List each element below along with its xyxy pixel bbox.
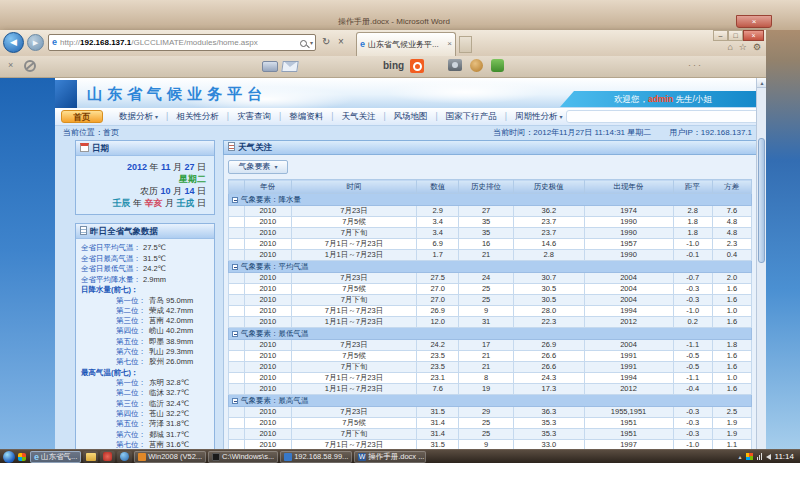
mail-icon[interactable] [281, 61, 299, 72]
browser-tab[interactable]: e山东省气候业务平... × [356, 32, 456, 56]
table-row[interactable]: 20107月5候23.52126.61991-0.51.6 [229, 351, 752, 362]
collapse-icon[interactable] [232, 264, 238, 270]
nav-item-整编资料[interactable]: 整编资料 [281, 111, 331, 121]
table-row[interactable]: 20107月5候27.02530.52004-0.31.6 [229, 284, 752, 295]
favorites-star-icon[interactable]: ☆ [739, 42, 747, 52]
table-row[interactable]: 20107月下旬23.52126.61991-0.51.6 [229, 362, 752, 373]
vertical-scrollbar[interactable]: ▲ ▼ [756, 78, 766, 463]
nav-item-数据分析[interactable]: 数据分析▾ [111, 111, 166, 121]
table-row[interactable]: 20107月1日～7月23日23.1824.31994-1.11.0 [229, 373, 752, 384]
table-row[interactable]: 20107月23日27.52430.72004-0.72.0 [229, 273, 752, 284]
scroll-up-icon[interactable]: ▲ [757, 78, 766, 88]
table-row[interactable]: 20101月1日～7月23日7.61917.32012-0.41.6 [229, 384, 752, 395]
close-button[interactable]: × [743, 30, 764, 41]
pet-icon[interactable] [470, 59, 483, 72]
new-tab-button[interactable] [459, 36, 472, 53]
current-time: 当前时间：2012年11月27日 11:14:31 星期二 [493, 126, 651, 140]
network-icon[interactable] [757, 453, 762, 460]
collapse-icon[interactable] [232, 331, 238, 337]
page-title: 山东省气候业务平台 [87, 85, 267, 104]
camera-icon[interactable] [448, 59, 462, 71]
bing-search-icon[interactable] [410, 59, 424, 73]
table-row[interactable]: 20107月下旬31.42535.31951-0.31.9 [229, 429, 752, 440]
taskbar-window-button[interactable]: C:\Windows\s... [208, 451, 278, 463]
volume-icon[interactable] [766, 454, 771, 460]
taskbar-clock[interactable]: 11:14 [775, 452, 794, 461]
nav-item-相关性分析[interactable]: 相关性分析 [168, 111, 227, 121]
nav-item-home[interactable]: 首页 [61, 110, 103, 123]
table-cell: 2004 [584, 340, 673, 351]
table-group-row[interactable]: 气象要素：最低气温 [229, 328, 752, 340]
nav-item-天气关注[interactable]: 天气关注 [333, 111, 383, 121]
table-row[interactable]: 20107月5候31.42535.31951-0.31.9 [229, 418, 752, 429]
nav-item-国家下行产品[interactable]: 国家下行产品 [438, 111, 505, 121]
forward-button[interactable]: ▶ [27, 34, 44, 51]
tab-close-icon[interactable]: × [447, 33, 452, 55]
nav-item-周期性分析[interactable]: 周期性分析▾ [507, 111, 571, 121]
background-close-button[interactable]: × [736, 15, 772, 28]
action-center-flag-icon[interactable] [746, 453, 753, 460]
main-panel-body: 气象要素 ▾ 年份时间数值历史排位历史极值出现年份距平方差 气象要素：降水量20… [223, 155, 757, 463]
nav-item-风场地图[interactable]: 风场地图 [386, 111, 436, 121]
taskbar-window-button[interactable]: W操作手册.docx ... [354, 451, 426, 463]
chevron-down-icon[interactable]: ▾ [310, 36, 313, 51]
table-header-row: 年份时间数值历史排位历史极值出现年份距平方差 [229, 180, 752, 194]
table-row[interactable]: 20107月23日2.92736.219742.87.6 [229, 206, 752, 217]
table-cell: 2010 [244, 284, 291, 295]
addon-puzzle-icon[interactable] [491, 59, 504, 72]
tray-expand-icon[interactable]: ▴ [739, 453, 742, 460]
collapse-icon[interactable] [232, 197, 238, 203]
address-bar[interactable]: ehttp://192.168.137.1/GLCCLIMATE/modules… [48, 34, 316, 51]
table-row[interactable]: 20107月下旬3.43523.719901.84.8 [229, 228, 752, 239]
header-icon-cell [229, 180, 245, 194]
table-cell: 7月1日～7月23日 [291, 239, 417, 250]
cmd-icon [212, 453, 220, 461]
blocker-icon[interactable] [24, 60, 36, 72]
back-button[interactable]: ◀ [3, 32, 24, 53]
settings-gear-icon[interactable]: ⚙ [753, 42, 761, 52]
vm-icon [138, 453, 146, 461]
taskbar-window-button[interactable]: 192.168.58.99... [280, 451, 352, 463]
home-icon[interactable]: ⌂ [727, 42, 732, 52]
pinned-browser[interactable] [117, 451, 132, 463]
table-cell: -0.3 [673, 407, 712, 418]
pinned-app-icon[interactable] [18, 453, 26, 461]
row-icon-cell [229, 407, 245, 418]
collapse-icon[interactable] [232, 398, 238, 404]
nav-search-box[interactable] [566, 110, 762, 123]
table-group-row[interactable]: 气象要素：最高气温 [229, 395, 752, 407]
pinned-media-app[interactable] [100, 451, 115, 463]
refresh-icon[interactable]: ↻ [322, 36, 330, 47]
stop-icon[interactable]: × [338, 36, 344, 47]
column-header: 历史极值 [514, 180, 585, 194]
minimize-button[interactable]: – [713, 30, 728, 41]
table-row[interactable]: 20101月1日～7月23日12.03122.320120.21.6 [229, 317, 752, 328]
table-group-row[interactable]: 气象要素：降水量 [229, 194, 752, 206]
weather-stat: 全省日最低气温：24.2℃ [76, 264, 211, 275]
search-icon[interactable] [300, 40, 307, 47]
table-row[interactable]: 20107月1日～7月23日6.91614.61957-1.02.3 [229, 239, 752, 250]
table-group-row[interactable]: 气象要素：平均气温 [229, 261, 752, 273]
card-icon[interactable] [262, 61, 278, 72]
element-selector-button[interactable]: 气象要素 ▾ [228, 160, 288, 174]
toolbar-more-icon[interactable]: ··· [688, 60, 703, 70]
table-row[interactable]: 20107月23日24.21726.92004-1.11.8 [229, 340, 752, 351]
toolbar-shortcuts [262, 61, 298, 72]
scrollbar-thumb[interactable] [758, 138, 765, 263]
page-left-band [0, 78, 55, 463]
table-row[interactable]: 20107月5候3.43523.719901.84.8 [229, 217, 752, 228]
taskbar-active-window[interactable]: e 山东省气... [30, 451, 81, 463]
table-cell: 2012 [584, 317, 673, 328]
table-row[interactable]: 20101月1日～7月23日1.7212.81990-0.10.4 [229, 250, 752, 261]
table-row[interactable]: 20107月下旬27.02530.52004-0.31.6 [229, 295, 752, 306]
table-row[interactable]: 20107月1日～7月23日26.9928.01994-1.01.0 [229, 306, 752, 317]
toolbar-close-icon[interactable]: × [8, 60, 13, 70]
bing-logo[interactable]: bing [383, 60, 404, 71]
taskbar-window-button[interactable]: Win2008 (V52... [134, 451, 206, 463]
table-row[interactable]: 20107月23日31.52936.31955,1951-0.32.5 [229, 407, 752, 418]
maximize-button[interactable]: □ [728, 30, 743, 41]
pinned-explorer[interactable] [83, 451, 98, 463]
stat-value: 24.2℃ [143, 264, 166, 273]
nav-item-灾害查询[interactable]: 灾害查询 [229, 111, 279, 121]
start-button[interactable] [3, 451, 15, 463]
